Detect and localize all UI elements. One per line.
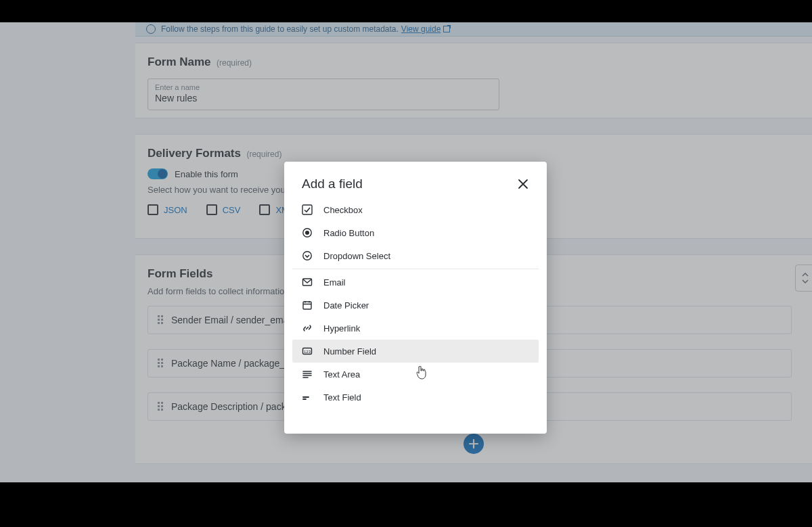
- option-label: Number Field: [323, 346, 376, 357]
- number-icon: 123: [302, 346, 313, 357]
- option-label: Radio Button: [323, 228, 374, 238]
- option-checkbox[interactable]: Checkbox: [292, 198, 539, 221]
- app-canvas: Follow the steps from this guide to easi…: [0, 22, 812, 482]
- option-label: Text Area: [323, 369, 360, 380]
- option-number-field[interactable]: 123 Number Field: [292, 340, 539, 363]
- option-dropdown-select[interactable]: Dropdown Select: [292, 244, 539, 267]
- svg-point-2: [305, 231, 309, 235]
- option-label: Date Picker: [323, 300, 369, 311]
- textarea-icon: [302, 369, 313, 380]
- option-date-picker[interactable]: Date Picker: [292, 294, 539, 317]
- option-label: Email: [323, 277, 346, 288]
- modal-title: Add a field: [302, 177, 363, 191]
- option-label: Hyperlink: [323, 323, 360, 334]
- separator: [292, 269, 539, 269]
- svg-point-3: [303, 252, 311, 260]
- letterbox-top: [0, 0, 812, 22]
- checkbox-icon: [302, 204, 313, 215]
- mail-icon: [302, 277, 313, 288]
- svg-text:123: 123: [304, 350, 311, 354]
- svg-rect-5: [303, 302, 311, 309]
- dropdown-icon: [302, 250, 313, 261]
- option-label: Checkbox: [323, 205, 363, 215]
- option-label: Text Field: [323, 392, 361, 403]
- field-type-list: Checkbox Radio Button Dropdown Select: [292, 198, 539, 409]
- option-radio-button[interactable]: Radio Button: [292, 221, 539, 244]
- radio-icon: [302, 227, 313, 238]
- link-icon: [302, 323, 313, 334]
- letterbox-bottom: [0, 482, 812, 527]
- option-label: Dropdown Select: [323, 251, 390, 261]
- add-field-modal: Add a field Checkbox Radio Button: [284, 162, 547, 434]
- close-icon: [517, 178, 529, 190]
- option-text-area[interactable]: Text Area: [292, 363, 539, 386]
- option-email[interactable]: Email: [292, 271, 539, 294]
- option-hyperlink[interactable]: Hyperlink: [292, 317, 539, 340]
- calendar-icon: [302, 300, 313, 311]
- close-button[interactable]: [517, 178, 529, 190]
- svg-rect-0: [302, 205, 312, 214]
- option-text-field[interactable]: Text Field: [292, 386, 539, 409]
- textfield-icon: [302, 392, 313, 403]
